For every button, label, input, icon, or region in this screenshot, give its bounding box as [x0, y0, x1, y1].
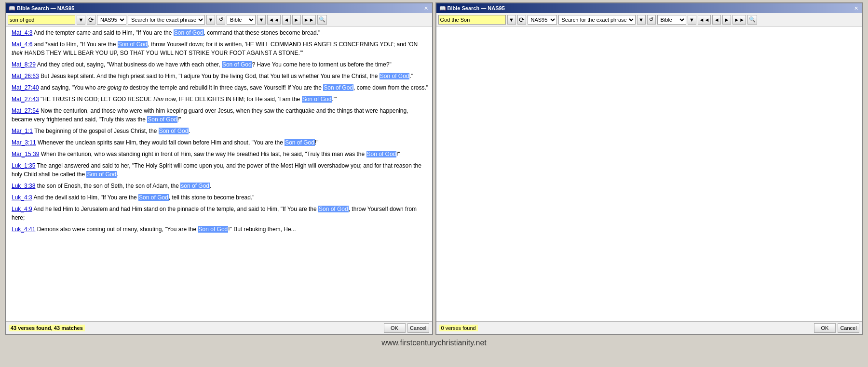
verse-ref-13[interactable]: Luk_4:3 — [12, 194, 32, 201]
verse-text-8: The beginning of the gospel of Jesus Chr… — [34, 128, 190, 134]
verse-block-15: Luk_4:41 Demons also were coming out of … — [9, 225, 429, 234]
title-text-right: Bible Search — NAS95 — [448, 5, 505, 11]
bible-window-right: 📖 Bible Search — NAS95 ✕ ▼ ⟳ NAS95 Searc… — [435, 2, 864, 335]
highlight-2: Son of God — [118, 41, 148, 48]
status-bar-right: 0 verses found OK Cancel — [436, 321, 863, 334]
verse-block-9: Mar_3:11 Whenever the unclean spirits sa… — [9, 138, 429, 147]
highlight-8: Son of God — [159, 128, 189, 134]
search-type-select-right[interactable]: Search for the exact phrase — [558, 15, 636, 25]
scope-dropdown-left[interactable]: ▼ — [257, 15, 266, 25]
cancel-button-left[interactable]: Cancel — [407, 323, 429, 333]
website-footer: www.firstcenturychristianity.net — [381, 339, 487, 347]
verse-ref-15[interactable]: Luk_4:41 — [12, 226, 35, 233]
verse-text-14: And he led Him to Jerusalem and had Him … — [12, 206, 417, 221]
verse-block-4: Mat_26:63 But Jesus kept silent. And the… — [9, 72, 429, 80]
search-input-left[interactable] — [8, 15, 75, 25]
search-type-select-left[interactable]: Search for the exact phrase — [128, 15, 205, 25]
dropdown-btn-left[interactable]: ▼ — [77, 15, 85, 25]
bible-window-left: 📖 Bible Search — NAS95 ✕ ▼ ⟳ NAS95 Searc… — [5, 2, 433, 335]
close-button-right[interactable]: ✕ — [853, 5, 859, 12]
verse-ref-9[interactable]: Mar_3:11 — [12, 139, 36, 146]
verse-ref-10[interactable]: Mar_15:39 — [12, 151, 39, 157]
bible-icon-right: 📖 — [439, 5, 448, 11]
highlight-6: Son of God — [302, 96, 332, 103]
verse-block-2: Mat_4:6 and *said to Him, "If You are th… — [9, 40, 429, 57]
verse-ref-11[interactable]: Luk_1:35 — [12, 162, 35, 169]
nav-back-right[interactable]: ◄◄ — [698, 15, 711, 25]
verse-ref-2[interactable]: Mat_4:6 — [12, 41, 32, 48]
verse-text-6: "HE TRUSTS IN GOD; LET GOD RESCUE Him no… — [41, 96, 337, 103]
highlight-4: Son of God — [380, 73, 410, 79]
verse-ref-4[interactable]: Mat_26:63 — [12, 73, 39, 79]
title-text-left: Bible Search — NAS95 — [17, 5, 74, 11]
search-type-dropdown-right[interactable]: ▼ — [637, 15, 646, 25]
nav-fwd-left[interactable]: ►► — [302, 15, 316, 25]
verse-ref-5[interactable]: Mat_27:40 — [12, 84, 39, 91]
scope-dropdown-right[interactable]: ▼ — [688, 15, 696, 25]
verse-text-15: Demons also were coming out of many, sho… — [37, 226, 296, 233]
highlight-7: Son of God — [147, 116, 177, 123]
search-type-dropdown-left[interactable]: ▼ — [206, 15, 215, 25]
verse-text-10: When the centurion, who was standing rig… — [41, 151, 400, 157]
scope-select-left[interactable]: Bible — [227, 15, 256, 25]
website-text: www.firstcenturychristianity.net — [381, 339, 487, 347]
ok-button-left[interactable]: OK — [384, 323, 406, 333]
ok-button-right[interactable]: OK — [814, 323, 836, 333]
verse-ref-14[interactable]: Luk_4:9 — [12, 206, 32, 212]
verse-block-5: Mat_27:40 and saying, "You who are going… — [9, 83, 429, 92]
verse-block-7: Mat_27:54 Now the centurion, and those w… — [9, 106, 429, 124]
verse-ref-12[interactable]: Luk_3:38 — [12, 183, 35, 189]
results-area-left[interactable]: Mat_4:3 And the tempter came and said to… — [6, 26, 432, 321]
status-text-left: 43 verses found, 43 matches — [9, 325, 85, 331]
search-go-left[interactable]: 🔍 — [317, 15, 327, 25]
nav-next-right[interactable]: ► — [722, 15, 731, 25]
verse-ref-3[interactable]: Mat_8:29 — [12, 61, 36, 68]
highlight-14: Son of God — [318, 206, 349, 212]
verse-ref-7[interactable]: Mat_27:54 — [12, 107, 39, 114]
close-button-left[interactable]: ✕ — [423, 5, 429, 12]
bible-icon-left: 📖 — [9, 5, 17, 11]
version-select-left[interactable]: NAS95 — [97, 15, 126, 25]
cancel-button-right[interactable]: Cancel — [838, 323, 859, 333]
refresh-icon-right[interactable]: ↺ — [647, 15, 656, 25]
spin-icon-left[interactable]: ⟳ — [87, 15, 95, 25]
search-go-right[interactable]: 🔍 — [747, 15, 757, 25]
verse-text-12: the son of Enosh, the son of Seth, the s… — [37, 183, 212, 189]
nav-prev-right[interactable]: ◄ — [712, 15, 721, 25]
verse-text-5: and saying, "You who are going to destro… — [41, 84, 428, 91]
verse-block-13: Luk_4:3 And the devil said to Him, "If Y… — [9, 193, 429, 202]
results-area-right[interactable] — [436, 26, 863, 321]
highlight-3: Son of God — [222, 61, 252, 68]
toolbar-right: ▼ ⟳ NAS95 Search for the exact phrase ▼ … — [436, 13, 863, 26]
dropdown-btn-right[interactable]: ▼ — [507, 15, 516, 25]
verse-ref-1[interactable]: Mat_4:3 — [12, 29, 32, 36]
verse-ref-6[interactable]: Mat_27:43 — [12, 96, 39, 103]
verse-text-11: The angel answered and said to her, "The… — [12, 162, 421, 178]
version-select-right[interactable]: NAS95 — [528, 15, 557, 25]
nav-back-left[interactable]: ◄◄ — [267, 15, 281, 25]
verse-ref-8[interactable]: Mar_1:1 — [12, 128, 33, 134]
ok-cancel-right: OK Cancel — [814, 323, 859, 333]
verse-block-3: Mat_8:29 And they cried out, saying, "Wh… — [9, 60, 429, 69]
verse-block-12: Luk_3:38 the son of Enosh, the son of Se… — [9, 182, 429, 190]
nav-next-left[interactable]: ► — [292, 15, 301, 25]
highlight-15: Son of God — [198, 226, 229, 233]
verse-block-14: Luk_4:9 And he led Him to Jerusalem and … — [9, 205, 429, 222]
windows-row: 📖 Bible Search — NAS95 ✕ ▼ ⟳ NAS95 Searc… — [5, 2, 863, 335]
verse-block-6: Mat_27:43 "HE TRUSTS IN GOD; LET GOD RES… — [9, 95, 429, 104]
nav-fwd-right[interactable]: ►► — [732, 15, 746, 25]
verse-text-13: And the devil said to Him, "If You are t… — [33, 194, 254, 201]
search-input-right[interactable] — [438, 15, 506, 25]
scope-select-right[interactable]: Bible — [657, 15, 686, 25]
title-bar-right: 📖 Bible Search — NAS95 ✕ — [436, 3, 863, 13]
verse-text-7: Now the centurion, and those who were wi… — [12, 107, 408, 123]
highlight-9: Son of God — [285, 139, 315, 146]
nav-prev-left[interactable]: ◄ — [282, 15, 291, 25]
verse-block-8: Mar_1:1 The beginning of the gospel of J… — [9, 127, 429, 135]
title-left: 📖 Bible Search — NAS95 — [9, 5, 74, 12]
page-wrapper: 📖 Bible Search — NAS95 ✕ ▼ ⟳ NAS95 Searc… — [0, 0, 868, 367]
refresh-icon-left[interactable]: ↺ — [217, 15, 225, 25]
highlight-5: Son of God — [323, 84, 353, 91]
spin-icon-right[interactable]: ⟳ — [517, 15, 526, 25]
verse-text-3: And they cried out, saying, "What busine… — [37, 61, 392, 68]
